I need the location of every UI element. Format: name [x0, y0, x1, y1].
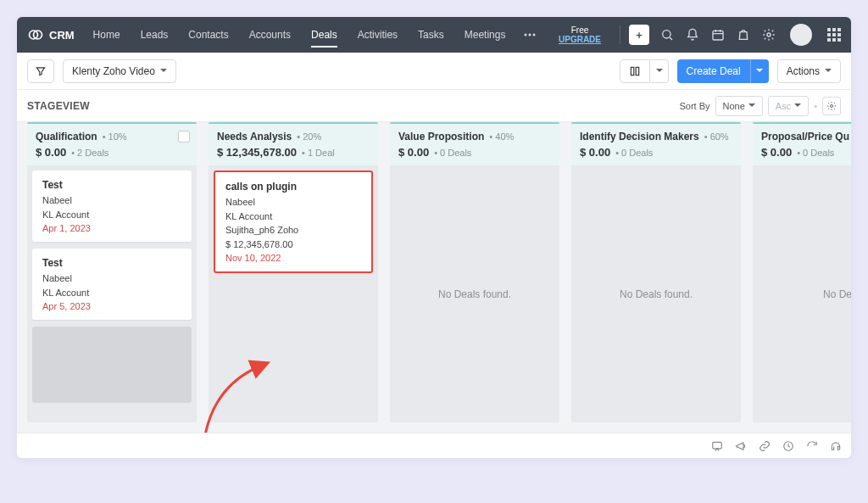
column-title: Value Proposition — [398, 131, 484, 143]
card-date: Apr 1, 2023 — [42, 223, 181, 233]
deal-card[interactable]: Test NabeelKL Account Apr 5, 2023 — [32, 249, 192, 320]
svg-rect-12 — [631, 67, 634, 75]
svg-rect-15 — [713, 442, 722, 449]
create-deal-dropdown[interactable] — [750, 59, 769, 83]
column-header[interactable]: Proposal/Price Qu $ 0.00 • 0 Deals — [753, 122, 851, 165]
column-amount: $ 0.00 — [580, 146, 610, 159]
stage-column: Proposal/Price Qu $ 0.00 • 0 Deals No De — [753, 122, 851, 422]
deal-card[interactable]: Test NabeelKL Account Apr 1, 2023 — [32, 170, 192, 242]
chevron-down-icon — [748, 103, 755, 110]
avatar[interactable] — [790, 24, 812, 46]
svg-rect-13 — [636, 67, 639, 75]
stage-column: Qualification • 10% $ 0.00 • 2 Deals Tes… — [27, 122, 197, 422]
column-body: No Deals found. — [390, 165, 559, 422]
product-logo[interactable]: CRM — [27, 26, 75, 43]
column-percent: • 10% — [103, 131, 127, 142]
svg-point-4 — [533, 34, 536, 36]
nav-more-icon[interactable] — [515, 33, 544, 36]
column-amount: $ 12,345,678.00 — [217, 146, 297, 159]
calendar-icon[interactable] — [710, 27, 726, 42]
svg-point-14 — [831, 104, 833, 107]
gear-icon[interactable] — [761, 27, 776, 42]
card-date: Apr 5, 2023 — [42, 301, 181, 311]
column-body: No Deals found. — [571, 165, 741, 422]
column-body: No De — [753, 165, 851, 422]
column-body: Test NabeelKL Account Apr 1, 2023 Test N… — [27, 165, 197, 422]
actions-label: Actions — [787, 65, 820, 77]
card-line: Sujitha_ph6 Zoho — [225, 223, 361, 238]
column-checkbox[interactable] — [178, 131, 190, 143]
headset-icon[interactable] — [829, 439, 843, 453]
nav-item-contacts[interactable]: Contacts — [178, 17, 238, 53]
nav-item-meetings[interactable]: Meetings — [454, 17, 516, 53]
upgrade-top: Free — [559, 25, 601, 35]
column-amount: $ 0.00 — [761, 146, 792, 159]
sort-direction-select[interactable]: Asc — [768, 96, 809, 116]
kanban-board: Qualification • 10% $ 0.00 • 2 Deals Tes… — [17, 122, 851, 433]
card-line: KL Account — [42, 208, 181, 222]
card-title: calls on plugin — [225, 181, 361, 193]
card-title: Test — [42, 179, 181, 191]
column-body: calls on plugin NabeelKL AccountSujitha_… — [209, 165, 378, 422]
upgrade-link[interactable]: Free UPGRADE — [559, 25, 601, 44]
bag-icon[interactable] — [736, 27, 751, 42]
search-icon[interactable] — [659, 27, 675, 42]
filter-icon[interactable] — [27, 59, 54, 83]
svg-point-3 — [529, 34, 531, 36]
card-date: Nov 10, 2022 — [225, 253, 361, 263]
sort-dir-value: Asc — [776, 101, 791, 111]
chat-icon[interactable] — [710, 439, 724, 453]
nav-item-activities[interactable]: Activities — [348, 17, 408, 53]
column-percent: • 20% — [297, 131, 321, 142]
nav-item-deals[interactable]: Deals — [301, 17, 348, 53]
chevron-down-icon — [756, 69, 763, 75]
view-selector[interactable]: Klenty Zoho Video — [63, 59, 176, 83]
layout-toggle-button[interactable] — [620, 59, 650, 83]
chevron-down-icon — [794, 103, 801, 110]
empty-state-text: No De — [758, 170, 851, 417]
chevron-down-icon — [656, 69, 663, 75]
stageview-label: STAGEVIEW — [27, 100, 90, 112]
toolbar: Klenty Zoho Video Create Deal Actions — [17, 53, 851, 90]
nav-item-home[interactable]: Home — [83, 17, 131, 53]
svg-point-11 — [767, 33, 771, 36]
create-deal-button[interactable]: Create Deal — [677, 59, 750, 83]
sort-field-select[interactable]: None — [715, 96, 763, 116]
layout-toggle-dropdown[interactable] — [650, 59, 669, 83]
column-header[interactable]: Needs Analysis • 20% $ 12,345,678.00 • 1… — [209, 122, 378, 165]
sort-value: None — [723, 101, 745, 111]
add-icon[interactable]: ＋ — [629, 25, 649, 45]
column-percent: • 60% — [704, 131, 729, 142]
view-name: Klenty Zoho Video — [72, 65, 155, 77]
top-nav: CRM HomeLeadsContactsAccountsDealsActivi… — [17, 17, 851, 53]
chevron-down-icon — [160, 69, 167, 75]
refresh-icon[interactable] — [805, 439, 819, 453]
card-line: Nabeel — [42, 271, 181, 286]
actions-button[interactable]: Actions — [777, 59, 841, 83]
bell-icon[interactable] — [685, 27, 700, 42]
column-amount: $ 0.00 — [36, 146, 66, 159]
nav-item-leads[interactable]: Leads — [131, 17, 179, 53]
column-deal-count: • 2 Deals — [71, 148, 108, 158]
nav-item-accounts[interactable]: Accounts — [239, 17, 301, 53]
card-line: KL Account — [42, 286, 181, 300]
link-icon[interactable] — [758, 439, 771, 453]
column-percent: • 40% — [489, 131, 514, 142]
column-title: Identify Decision Makers — [580, 131, 699, 143]
empty-state-text: No Deals found. — [576, 170, 736, 417]
stage-column: Needs Analysis • 20% $ 12,345,678.00 • 1… — [209, 122, 378, 422]
clock-icon[interactable] — [782, 439, 795, 453]
announce-icon[interactable] — [734, 439, 748, 453]
deal-card[interactable]: calls on plugin NabeelKL AccountSujitha_… — [214, 170, 373, 273]
footer-bar — [17, 433, 851, 458]
board-settings-icon[interactable] — [822, 97, 841, 115]
product-name: CRM — [49, 29, 75, 42]
apps-grid-icon[interactable] — [827, 28, 841, 42]
card-placeholder[interactable] — [32, 327, 192, 403]
column-header[interactable]: Value Proposition • 40% $ 0.00 • 0 Deals — [390, 122, 559, 165]
column-header[interactable]: Identify Decision Makers • 60% $ 0.00 • … — [571, 122, 741, 165]
nav-item-tasks[interactable]: Tasks — [408, 17, 454, 53]
column-header[interactable]: Qualification • 10% $ 0.00 • 2 Deals — [27, 122, 197, 165]
column-deal-count: • 0 Deals — [615, 148, 653, 158]
svg-point-2 — [525, 34, 527, 36]
